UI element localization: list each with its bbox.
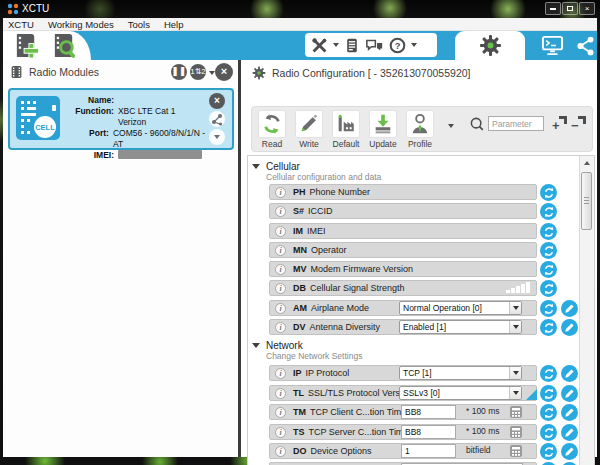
dropdown-caret-icon[interactable] bbox=[509, 302, 521, 314]
write-param-button[interactable] bbox=[561, 424, 578, 441]
minimize-button[interactable] bbox=[545, 2, 561, 15]
expand-module-button[interactable] bbox=[209, 129, 225, 145]
profile-button[interactable] bbox=[406, 110, 434, 138]
param-row-ts[interactable]: i TS TCP Server C...tion Timeout * 100 m… bbox=[248, 424, 580, 441]
refresh-param-button[interactable] bbox=[540, 365, 557, 382]
info-icon[interactable]: i bbox=[275, 226, 286, 237]
param-bar[interactable]: i MN Operator bbox=[269, 242, 537, 258]
info-icon[interactable]: i bbox=[275, 427, 286, 438]
help-icon[interactable]: ? bbox=[389, 37, 406, 54]
param-row-ph[interactable]: i PH Phone Number bbox=[248, 184, 580, 201]
param-row-am[interactable]: i AM Airplane Mode Normal Operation [0] bbox=[248, 300, 580, 317]
param-bar[interactable]: i MV Modem Firmware Version bbox=[269, 261, 537, 277]
refresh-param-button[interactable] bbox=[540, 223, 557, 240]
refresh-param-button[interactable] bbox=[540, 424, 557, 441]
session-log-icon[interactable] bbox=[344, 37, 360, 54]
info-icon[interactable]: i bbox=[275, 264, 286, 275]
antenna-diversity-dropdown[interactable]: Enabled [1] bbox=[399, 320, 522, 334]
discover-modules-button[interactable] bbox=[51, 32, 78, 59]
update-button[interactable] bbox=[369, 110, 397, 138]
remove-module-button[interactable]: × bbox=[209, 93, 225, 109]
vertical-scrollbar[interactable] bbox=[579, 156, 594, 465]
info-icon[interactable]: i bbox=[275, 322, 286, 333]
refresh-param-button[interactable] bbox=[540, 184, 557, 201]
tcp-server-timeout-input[interactable] bbox=[401, 425, 456, 439]
airplane-mode-dropdown[interactable]: Normal Operation [0] bbox=[399, 301, 522, 315]
menu-working-modes[interactable]: Working Modes bbox=[48, 19, 114, 30]
param-row-dv[interactable]: i DV Antenna Diversity Enabled [1] bbox=[248, 319, 580, 336]
info-icon[interactable]: i bbox=[275, 303, 286, 314]
param-row-do[interactable]: i DO Device Options bitfield bbox=[248, 443, 580, 460]
connection-settings-button[interactable] bbox=[209, 111, 225, 127]
param-row-ip[interactable]: i IP IP Protocol TCP [1] bbox=[248, 365, 580, 382]
sort-modules-button[interactable]: 1⇅2 bbox=[190, 64, 206, 80]
info-icon[interactable]: i bbox=[275, 446, 286, 457]
read-button[interactable] bbox=[258, 110, 286, 138]
refresh-param-button[interactable] bbox=[540, 242, 557, 259]
ip-protocol-dropdown[interactable]: TCP [1] bbox=[399, 366, 522, 380]
device-options-input[interactable] bbox=[401, 444, 456, 458]
info-icon[interactable]: i bbox=[275, 407, 286, 418]
write-param-button[interactable] bbox=[561, 404, 578, 421]
menu-xctu[interactable]: XCTU bbox=[8, 19, 34, 30]
info-icon[interactable]: i bbox=[275, 283, 286, 294]
refresh-param-button[interactable] bbox=[540, 404, 557, 421]
refresh-param-button[interactable] bbox=[540, 280, 557, 297]
toggle-view-button[interactable]: ❚❚ bbox=[171, 64, 187, 80]
parameter-search-input[interactable] bbox=[488, 116, 544, 131]
refresh-param-button[interactable] bbox=[540, 261, 557, 278]
param-bar[interactable]: i IM IMEI bbox=[269, 223, 537, 239]
write-param-button[interactable] bbox=[561, 319, 578, 336]
calculator-icon[interactable] bbox=[510, 426, 522, 438]
info-icon[interactable]: i bbox=[275, 245, 286, 256]
dropdown-caret-icon[interactable] bbox=[509, 387, 521, 399]
scrollbar-thumb[interactable] bbox=[581, 172, 592, 230]
param-row-im[interactable]: i IM IMEI bbox=[248, 223, 580, 240]
param-row-tm[interactable]: i TM TCP Client C...tion Timeout * 100 m… bbox=[248, 404, 580, 421]
scroll-up-button[interactable] bbox=[580, 156, 594, 169]
param-row-db[interactable]: i DB Cellular Signal Strength bbox=[248, 280, 580, 297]
param-bar[interactable]: i S# ICCID bbox=[269, 203, 537, 219]
menu-help[interactable]: Help bbox=[164, 19, 184, 30]
default-button[interactable] bbox=[332, 110, 360, 138]
info-icon[interactable]: i bbox=[275, 187, 286, 198]
write-button[interactable] bbox=[295, 110, 323, 138]
info-icon[interactable]: i bbox=[275, 206, 286, 217]
section-network-header[interactable]: Network bbox=[252, 340, 303, 351]
refresh-param-button[interactable] bbox=[540, 443, 557, 460]
help-caret-icon[interactable] bbox=[411, 43, 417, 47]
refresh-param-button[interactable] bbox=[540, 319, 557, 336]
tcp-client-timeout-input[interactable] bbox=[401, 405, 456, 419]
section-cellular-header[interactable]: Cellular bbox=[252, 161, 300, 172]
dropdown-caret-icon[interactable] bbox=[509, 321, 521, 333]
tab-consoles[interactable] bbox=[530, 31, 574, 60]
tools-menu-caret-icon[interactable] bbox=[333, 43, 339, 47]
param-row-mn[interactable]: i MN Operator bbox=[248, 242, 580, 259]
profile-caret-icon[interactable] bbox=[448, 124, 454, 128]
param-row-s#[interactable]: i S# ICCID bbox=[248, 203, 580, 220]
write-param-button[interactable] bbox=[561, 300, 578, 317]
menu-tools[interactable]: Tools bbox=[128, 19, 150, 30]
scroll-down-button[interactable] bbox=[580, 461, 594, 465]
feedback-icon[interactable] bbox=[365, 37, 384, 54]
calculator-icon[interactable] bbox=[510, 445, 522, 457]
param-bar[interactable]: i DB Cellular Signal Strength bbox=[269, 280, 537, 296]
write-param-button[interactable] bbox=[561, 365, 578, 382]
ssl-tls-version-dropdown[interactable]: SSLv3 [0] bbox=[399, 386, 522, 400]
add-module-button[interactable] bbox=[13, 32, 40, 59]
radio-module-card[interactable]: CELL Name: Function:XBC LTE Cat 1 Verizo… bbox=[8, 88, 234, 150]
info-icon[interactable]: i bbox=[275, 368, 286, 379]
write-param-button[interactable] bbox=[561, 443, 578, 460]
dropdown-caret-icon[interactable] bbox=[509, 367, 521, 379]
info-icon[interactable]: i bbox=[275, 388, 286, 399]
maximize-button[interactable] bbox=[562, 2, 578, 15]
write-param-button[interactable] bbox=[561, 385, 578, 402]
param-bar[interactable]: i PH Phone Number bbox=[269, 184, 537, 200]
tab-configuration[interactable] bbox=[455, 31, 525, 60]
expand-sections-button[interactable]: + bbox=[552, 116, 567, 131]
param-row-tl[interactable]: i TL SSL/TLS Protocol Version SSLv3 [0] bbox=[248, 385, 580, 402]
refresh-param-button[interactable] bbox=[540, 203, 557, 220]
refresh-param-button[interactable] bbox=[540, 385, 557, 402]
calculator-icon[interactable] bbox=[510, 406, 522, 418]
tools-menu-icon[interactable] bbox=[311, 37, 328, 54]
